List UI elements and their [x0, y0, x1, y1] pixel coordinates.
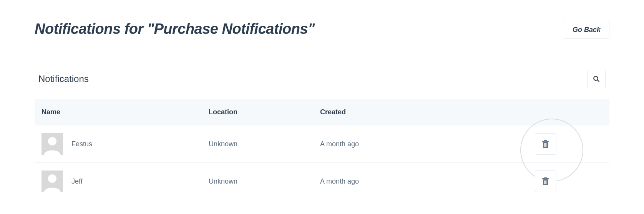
table-header-row: Name Location Created [35, 99, 609, 125]
trash-icon [542, 177, 549, 185]
svg-rect-14 [544, 177, 547, 179]
svg-rect-9 [547, 143, 548, 147]
page-header: Notifications for "Purchase Notification… [35, 21, 609, 39]
row-created: A month ago [320, 177, 466, 186]
notifications-table: Name Location Created Festus Unknown A m… [35, 99, 609, 200]
svg-rect-7 [544, 143, 545, 147]
avatar [41, 171, 63, 192]
svg-rect-16 [545, 181, 546, 184]
search-icon [593, 75, 600, 82]
row-name: Festus [71, 140, 92, 148]
go-back-button[interactable]: Go Back [564, 21, 609, 39]
section-title: Notifications [38, 74, 89, 84]
svg-rect-17 [547, 181, 548, 184]
trash-icon [542, 140, 549, 148]
column-header-location: Location [209, 108, 320, 116]
svg-point-3 [48, 137, 56, 145]
row-location: Unknown [209, 177, 320, 186]
page-title: Notifications for "Purchase Notification… [35, 21, 315, 37]
avatar [41, 133, 63, 155]
table-row: Jeff Unknown A month ago [35, 163, 609, 200]
column-header-actions [466, 108, 603, 116]
svg-rect-8 [545, 143, 546, 147]
svg-line-1 [598, 80, 599, 82]
row-created: A month ago [320, 140, 466, 148]
delete-button[interactable] [535, 133, 556, 155]
search-button[interactable] [587, 70, 606, 88]
table-row: Festus Unknown A month ago [35, 125, 609, 163]
svg-point-11 [48, 174, 56, 183]
row-location: Unknown [209, 140, 320, 148]
column-header-created: Created [320, 108, 466, 116]
svg-rect-6 [544, 140, 547, 141]
row-name: Jeff [71, 177, 83, 186]
column-header-name: Name [41, 108, 209, 116]
svg-rect-15 [544, 181, 545, 184]
delete-button[interactable] [535, 171, 556, 192]
section-header: Notifications [35, 70, 609, 99]
